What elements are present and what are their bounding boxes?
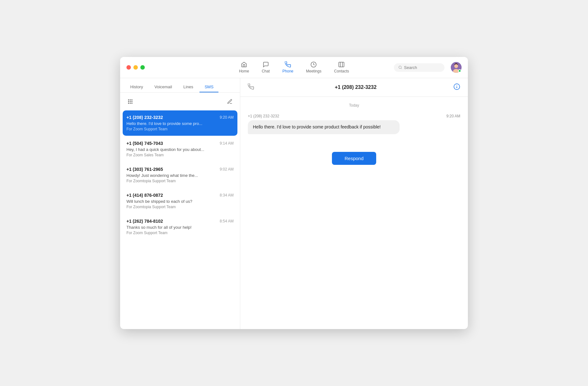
title-bar: Home Chat Phone — [120, 57, 468, 78]
dialpad-button[interactable] — [125, 96, 135, 107]
sms-time-0: 9:20 AM — [220, 115, 234, 120]
search-input[interactable] — [404, 65, 440, 70]
chat-date-divider: Today — [349, 103, 359, 108]
chat-bubble: Hello there. I'd love to provide some pr… — [248, 120, 400, 134]
sms-preview-1: Hey, I had a quick question for you abou… — [126, 147, 234, 152]
nav-item-meetings[interactable]: Meetings — [300, 59, 328, 75]
svg-point-15 — [128, 103, 129, 103]
svg-point-14 — [132, 101, 132, 102]
sms-team-4: For Zoom Support Team — [126, 231, 234, 235]
svg-point-4 — [399, 66, 401, 68]
svg-rect-1 — [339, 62, 344, 67]
sms-preview-2: Howdy! Just wondering what time the... — [126, 173, 234, 178]
traffic-light-yellow[interactable] — [133, 65, 138, 70]
nav-label-chat: Chat — [262, 69, 270, 73]
tab-lines[interactable]: Lines — [178, 82, 198, 92]
sms-team-2: For Zoomtopia Support Team — [126, 179, 234, 183]
main-content: History Voicemail Lines SMS — [120, 78, 468, 329]
compose-button[interactable] — [225, 96, 235, 107]
sms-item-1[interactable]: +1 (504) 745-7043 9:14 AM Hey, I had a q… — [123, 136, 237, 162]
chat-message-group: +1 (208) 232-3232 9:20 AM Hello there. I… — [248, 114, 460, 134]
nav-item-contacts[interactable]: Contacts — [328, 59, 355, 75]
chat-message-meta: +1 (208) 232-3232 9:20 AM — [248, 114, 460, 118]
svg-point-12 — [128, 101, 129, 102]
sms-phone-0: +1 (208) 232-3232 — [126, 115, 163, 120]
svg-point-17 — [132, 103, 132, 103]
main-nav: Home Chat Phone — [233, 59, 355, 75]
sms-time-4: 8:54 AM — [220, 219, 234, 223]
sms-team-1: For Zoom Sales Team — [126, 153, 234, 157]
tab-history[interactable]: History — [125, 82, 148, 92]
sms-phone-3: +1 (414) 876-0872 — [126, 193, 163, 198]
left-panel: History Voicemail Lines SMS — [120, 78, 240, 329]
phone-icon — [248, 84, 254, 91]
avatar-container[interactable] — [451, 62, 462, 73]
svg-point-10 — [130, 100, 131, 100]
traffic-light-green[interactable] — [140, 65, 145, 70]
sms-item-0[interactable]: +1 (208) 232-3232 9:20 AM Hello there. I… — [123, 110, 237, 136]
sms-preview-3: Will lunch be shipped to each of us? — [126, 199, 234, 204]
chat-body: Today +1 (208) 232-3232 9:20 AM Hello th… — [240, 97, 468, 329]
chat-info-button[interactable] — [453, 83, 460, 91]
avatar-online-dot — [458, 69, 461, 72]
nav-item-phone[interactable]: Phone — [276, 59, 300, 75]
chat-message-time: 9:20 AM — [446, 114, 460, 118]
sms-time-2: 9:02 AM — [220, 167, 234, 171]
sms-phone-2: +1 (303) 761-2965 — [126, 167, 163, 172]
nav-label-contacts: Contacts — [334, 69, 349, 73]
sms-item-4[interactable]: +1 (262) 784-8102 8:54 AM Thanks so much… — [123, 214, 237, 240]
svg-point-16 — [130, 103, 131, 103]
sms-action-bar — [120, 93, 240, 110]
traffic-lights — [126, 65, 145, 70]
right-panel: +1 (208) 232-3232 Today +1 (208) 232-323… — [240, 78, 468, 329]
sms-phone-1: +1 (504) 745-7043 — [126, 141, 163, 146]
tab-voicemail[interactable]: Voicemail — [149, 82, 177, 92]
sms-phone-4: +1 (262) 784-8102 — [126, 219, 163, 224]
search-icon — [398, 65, 402, 70]
phone-tabs: History Voicemail Lines SMS — [120, 78, 240, 93]
chat-message-sender: +1 (208) 232-3232 — [248, 114, 279, 118]
sms-time-1: 9:14 AM — [220, 141, 234, 146]
nav-label-home: Home — [239, 69, 249, 73]
respond-btn-area: Respond — [332, 152, 376, 165]
svg-point-7 — [454, 64, 458, 68]
sms-item-3[interactable]: +1 (414) 876-0872 8:34 AM Will lunch be … — [123, 188, 237, 214]
svg-point-13 — [130, 101, 131, 102]
tab-sms[interactable]: SMS — [199, 82, 218, 92]
sms-item-2[interactable]: +1 (303) 761-2965 9:02 AM Howdy! Just wo… — [123, 162, 237, 188]
traffic-light-red[interactable] — [126, 65, 131, 70]
sms-time-3: 8:34 AM — [220, 193, 234, 197]
sms-list: +1 (208) 232-3232 9:20 AM Hello there. I… — [120, 110, 240, 329]
sms-team-3: For Zoomtopia Support Team — [126, 205, 234, 209]
search-box[interactable] — [394, 63, 444, 72]
nav-search-area — [394, 62, 462, 73]
svg-point-9 — [128, 100, 129, 100]
svg-point-11 — [132, 100, 132, 100]
sms-team-0: For Zoom Support Team — [126, 127, 234, 131]
svg-line-5 — [401, 68, 401, 69]
sms-preview-4: Thanks so much for all of your help! — [126, 225, 234, 230]
nav-item-chat[interactable]: Chat — [255, 59, 276, 75]
sms-preview-0: Hello there. I'd love to provide some pr… — [126, 121, 234, 126]
nav-label-phone: Phone — [282, 69, 293, 73]
app-window: Home Chat Phone — [120, 57, 468, 329]
chat-header-title: +1 (208) 232-3232 — [258, 84, 453, 90]
chat-header: +1 (208) 232-3232 — [240, 78, 468, 97]
respond-button[interactable]: Respond — [332, 152, 376, 165]
nav-item-home[interactable]: Home — [233, 59, 255, 75]
nav-label-meetings: Meetings — [306, 69, 322, 73]
